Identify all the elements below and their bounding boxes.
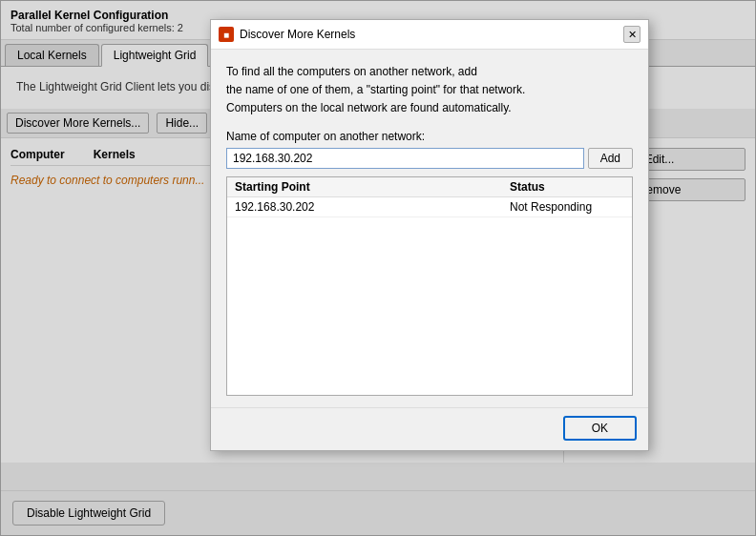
status-value: Not Responding	[510, 200, 624, 214]
input-row: Add	[226, 148, 633, 169]
col-starting-point-header: Starting Point	[235, 180, 510, 194]
modal-footer: OK	[211, 407, 648, 450]
modal-description: To find all the computers on another net…	[226, 63, 633, 118]
col-status-header: Status	[510, 180, 624, 194]
modal-close-button[interactable]: ✕	[623, 26, 640, 43]
add-button[interactable]: Add	[588, 148, 633, 169]
modal-body: To find all the computers on another net…	[211, 50, 648, 407]
modal-title: Discover More Kernels	[240, 28, 618, 41]
ok-button[interactable]: OK	[563, 416, 637, 441]
discover-more-kernels-dialog: ■ Discover More Kernels ✕ To find all th…	[210, 19, 649, 451]
modal-label: Name of computer on another network:	[226, 130, 633, 143]
modal-app-icon: ■	[219, 27, 234, 42]
modal-titlebar: ■ Discover More Kernels ✕	[211, 20, 648, 50]
computer-name-input[interactable]	[226, 148, 584, 169]
table-header: Starting Point Status	[227, 177, 632, 197]
starting-points-table: Starting Point Status 192.168.30.202 Not…	[226, 176, 633, 396]
table-row[interactable]: 192.168.30.202 Not Responding	[227, 197, 632, 217]
starting-point-value: 192.168.30.202	[235, 200, 510, 214]
